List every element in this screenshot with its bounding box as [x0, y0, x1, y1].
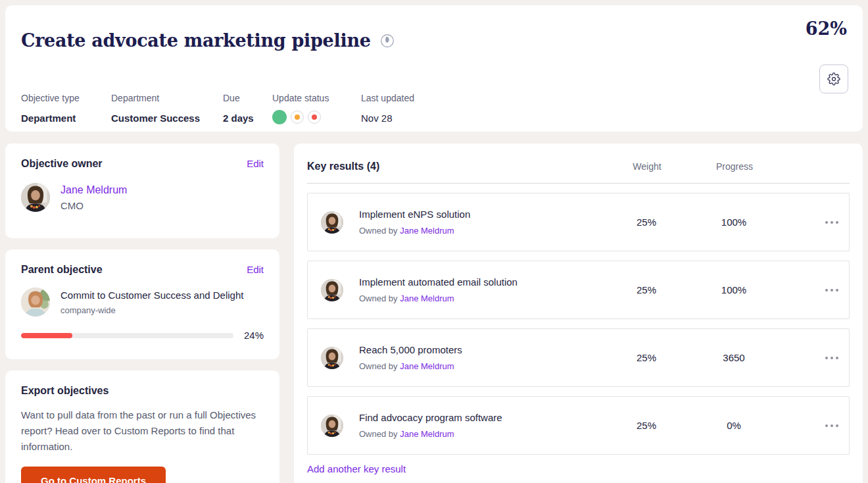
meta-department: Department Customer Success	[111, 93, 223, 124]
status-dot-on-track[interactable]	[272, 110, 287, 124]
objective-detail-page: Create advocate marketing pipeline 62% O…	[0, 0, 868, 483]
key-result-title: Implement eNPS solution	[359, 209, 470, 220]
key-result-menu-button[interactable]	[821, 353, 842, 363]
meta-objective-type: Objective type Department	[21, 93, 111, 124]
parent-progress-value: 24%	[244, 330, 264, 341]
parent-objective-card: Parent objective Edit Commit to Customer…	[5, 249, 279, 359]
left-column: Objective owner Edit Jane Meldrum CMO Pa…	[5, 143, 279, 483]
parent-progress-fill	[21, 333, 72, 338]
key-result-progress: 100%	[683, 216, 785, 228]
status-dot-behind[interactable]	[291, 111, 304, 124]
edit-parent-link[interactable]: Edit	[247, 264, 264, 275]
key-result-owner-link[interactable]: Jane Meldrum	[400, 293, 454, 303]
owner-name-link[interactable]: Jane Meldrum	[60, 184, 127, 195]
meta-due: Due 2 days	[223, 93, 272, 124]
key-result-owner-avatar	[321, 279, 343, 301]
owner-avatar	[21, 183, 50, 212]
header-top-row: Create advocate marketing pipeline 62%	[21, 18, 847, 64]
key-result-menu-button[interactable]	[821, 217, 842, 228]
key-result-progress: 3650	[683, 352, 785, 363]
add-key-result-link[interactable]: Add another key result	[307, 463, 406, 474]
key-result-row[interactable]: Implement eNPS solution Owned by Jane Me…	[307, 193, 850, 251]
key-result-weight: 25%	[610, 420, 683, 431]
export-objectives-heading: Export objectives	[21, 385, 264, 397]
ellipsis-icon	[825, 221, 838, 224]
key-result-progress: 100%	[683, 284, 785, 295]
objective-progress-value: 62%	[806, 18, 847, 39]
objective-owner-card: Objective owner Edit Jane Meldrum CMO	[5, 143, 279, 238]
objective-type-label: Objective type	[21, 93, 111, 103]
content-columns: Objective owner Edit Jane Meldrum CMO Pa…	[5, 143, 863, 483]
objective-owner-heading: Objective owner	[21, 158, 103, 170]
key-result-owner-link[interactable]: Jane Meldrum	[400, 226, 454, 236]
key-result-owner-avatar	[321, 415, 343, 437]
ellipsis-icon	[825, 357, 838, 359]
key-result-owner-avatar	[321, 347, 343, 369]
due-value: 2 days	[223, 113, 272, 124]
last-updated-label: Last updated	[361, 93, 414, 103]
update-status-dots	[272, 110, 361, 124]
globe-icon	[380, 34, 395, 48]
key-result-menu-button[interactable]	[821, 420, 842, 431]
parent-objective-heading: Parent objective	[21, 264, 103, 276]
objective-header-card: Create advocate marketing pipeline 62% O…	[5, 5, 863, 132]
settings-button[interactable]	[819, 64, 848, 93]
key-result-menu-button[interactable]	[821, 285, 842, 295]
ellipsis-icon	[825, 424, 838, 427]
go-to-custom-reports-button[interactable]: Go to Custom Reports	[21, 467, 166, 483]
gear-icon	[827, 72, 840, 86]
due-label: Due	[223, 93, 272, 103]
ellipsis-icon	[825, 289, 838, 292]
key-results-card: Key results (4) Weight Progress Implemen…	[294, 143, 863, 483]
key-result-progress: 0%	[683, 420, 785, 431]
key-result-row[interactable]: Implement automated email solution Owned…	[307, 261, 850, 319]
key-result-title: Find advocacy program software	[359, 412, 502, 423]
key-result-title: Reach 5,000 promoters	[359, 344, 462, 355]
parent-objective-scope: company-wide	[60, 305, 243, 315]
key-result-weight: 25%	[610, 352, 683, 363]
key-result-row[interactable]: Find advocacy program software Owned by …	[307, 396, 850, 455]
parent-owner-avatar	[21, 288, 50, 317]
last-updated-value: Nov 28	[361, 113, 414, 124]
key-result-weight: 25%	[610, 216, 683, 228]
department-value: Customer Success	[111, 113, 223, 124]
key-result-owner-avatar	[321, 211, 343, 234]
progress-column-header: Progress	[683, 161, 786, 172]
key-result-owner-link[interactable]: Jane Meldrum	[400, 361, 454, 371]
owned-by-label: Owned by	[359, 226, 398, 236]
weight-column-header: Weight	[611, 161, 683, 172]
key-results-heading: Key results (4)	[307, 161, 611, 172]
right-column: Key results (4) Weight Progress Implemen…	[294, 143, 863, 483]
objective-type-value: Department	[21, 113, 111, 124]
owner-role: CMO	[60, 200, 127, 211]
key-result-weight: 25%	[610, 284, 683, 295]
key-result-title: Implement automated email solution	[359, 276, 518, 288]
meta-last-updated: Last updated Nov 28	[361, 93, 414, 124]
owned-by-label: Owned by	[359, 293, 398, 303]
objective-meta-row: Objective type Department Department Cus…	[21, 93, 847, 124]
status-dot-at-risk[interactable]	[308, 111, 321, 124]
update-status-label: Update status	[272, 93, 361, 103]
edit-owner-link[interactable]: Edit	[247, 158, 264, 169]
owned-by-label: Owned by	[359, 361, 398, 371]
key-results-header: Key results (4) Weight Progress	[307, 157, 850, 184]
export-objectives-card: Export objectives Want to pull data from…	[5, 370, 279, 483]
parent-progress-track	[21, 333, 233, 338]
page-title: Create advocate marketing pipeline	[21, 30, 371, 51]
export-objectives-body: Want to pull data from the past or run a…	[21, 407, 264, 455]
key-result-row[interactable]: Reach 5,000 promoters Owned by Jane Meld…	[307, 328, 850, 387]
owned-by-label: Owned by	[359, 429, 398, 439]
key-result-owner-link[interactable]: Jane Meldrum	[400, 429, 454, 439]
meta-update-status: Update status	[272, 93, 361, 124]
parent-objective-title: Commit to Customer Success and Delight	[60, 289, 243, 302]
department-label: Department	[111, 93, 223, 103]
